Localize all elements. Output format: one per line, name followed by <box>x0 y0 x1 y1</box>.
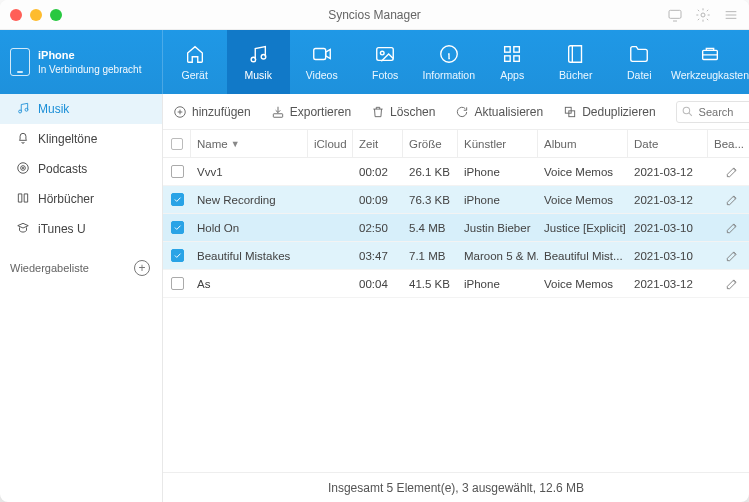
sidebar-item-itunesu[interactable]: iTunes U <box>0 214 162 244</box>
sidebar-item-podcasts[interactable]: Podcasts <box>0 154 162 184</box>
row-checkbox[interactable] <box>171 277 184 290</box>
tab-fotos[interactable]: Fotos <box>354 30 418 94</box>
tab-label: Apps <box>500 69 524 81</box>
cell-date: 2021-03-10 <box>628 214 708 241</box>
edit-icon[interactable] <box>725 165 739 179</box>
cell-size: 7.1 MB <box>403 242 458 269</box>
tab-label: Information <box>422 69 475 81</box>
phone-icon <box>10 48 30 76</box>
cell-date: 2021-03-12 <box>628 186 708 213</box>
sidebar: MusikKlingeltönePodcastsHörbücheriTunes … <box>0 94 163 502</box>
search-icon <box>681 105 694 118</box>
svg-point-17 <box>22 167 23 168</box>
export-button[interactable]: Exportieren <box>271 105 351 119</box>
col-action[interactable]: Bea... <box>708 130 749 157</box>
svg-rect-19 <box>273 113 282 117</box>
menu-icon[interactable] <box>723 7 739 23</box>
refresh-button[interactable]: Aktualisieren <box>455 105 543 119</box>
table-row[interactable]: Hold On02:505.4 MBJustin BieberJustice [… <box>163 214 749 242</box>
col-artist[interactable]: Künstler <box>458 130 538 157</box>
cell-icloud <box>308 242 353 269</box>
row-checkbox[interactable] <box>171 221 184 234</box>
cell-artist: iPhone <box>458 186 538 213</box>
sidebar-item-label: iTunes U <box>38 222 86 236</box>
device-status: In Verbindung gebracht <box>38 63 141 76</box>
status-bar: Insgesamt 5 Element(e), 3 ausgewählt, 12… <box>163 472 749 502</box>
add-button[interactable]: hinzufügen <box>173 105 251 119</box>
table-row[interactable]: As00:0441.5 KBiPhoneVoice Memos2021-03-1… <box>163 270 749 298</box>
cell-zeit: 00:02 <box>353 158 403 185</box>
cell-icloud <box>308 158 353 185</box>
tab-tools[interactable]: Werkzeugkasten <box>671 30 749 94</box>
table-row[interactable]: New Recording00:0976.3 KBiPhoneVoice Mem… <box>163 186 749 214</box>
col-size[interactable]: Größe <box>403 130 458 157</box>
settings-icon[interactable] <box>695 7 711 23</box>
table-row[interactable]: Vvv100:0226.1 KBiPhoneVoice Memos2021-03… <box>163 158 749 186</box>
edit-icon[interactable] <box>725 221 739 235</box>
tab-videos[interactable]: Videos <box>290 30 354 94</box>
sidebar-item-hoerb[interactable]: Hörbücher <box>0 184 162 214</box>
cell-zeit: 00:09 <box>353 186 403 213</box>
tab-geraet[interactable]: Gerät <box>163 30 227 94</box>
dedup-button[interactable]: Deduplizieren <box>563 105 655 119</box>
cell-name: Beautiful Mistakes <box>191 242 308 269</box>
edit-icon[interactable] <box>725 249 739 263</box>
tab-buecher[interactable]: Bücher <box>544 30 608 94</box>
row-checkbox[interactable] <box>171 193 184 206</box>
cell-album: Voice Memos <box>538 158 628 185</box>
tab-label: Werkzeugkasten <box>671 69 749 81</box>
col-album[interactable]: Album <box>538 130 628 157</box>
tab-label: Datei <box>627 69 652 81</box>
col-zeit[interactable]: Zeit <box>353 130 403 157</box>
delete-button[interactable]: Löschen <box>371 105 435 119</box>
edit-icon[interactable] <box>725 193 739 207</box>
tab-musik[interactable]: Musik <box>227 30 291 94</box>
sidebar-item-musik[interactable]: Musik <box>0 94 162 124</box>
svg-rect-11 <box>514 56 520 62</box>
col-date[interactable]: Date <box>628 130 708 157</box>
svg-rect-20 <box>566 107 572 113</box>
app-window: Syncios Manager iPhone In Verbindung geb… <box>0 0 749 502</box>
col-icloud[interactable]: iCloud <box>308 130 353 157</box>
cell-name: Vvv1 <box>191 158 308 185</box>
cell-album: Voice Memos <box>538 186 628 213</box>
cell-size: 76.3 KB <box>403 186 458 213</box>
sidebar-item-label: Musik <box>38 102 69 116</box>
tab-apps[interactable]: Apps <box>481 30 545 94</box>
top-nav: iPhone In Verbindung gebracht GerätMusik… <box>0 30 749 94</box>
cell-icloud <box>308 270 353 297</box>
add-playlist-button[interactable]: + <box>134 260 150 276</box>
titlebar: Syncios Manager <box>0 0 749 30</box>
itunesu-icon <box>16 221 30 238</box>
cell-date: 2021-03-12 <box>628 270 708 297</box>
table-row[interactable]: Beautiful Mistakes03:477.1 MBMaroon 5 & … <box>163 242 749 270</box>
tab-datei[interactable]: Datei <box>608 30 672 94</box>
col-name[interactable]: Name▼ <box>191 130 308 157</box>
row-checkbox[interactable] <box>171 165 184 178</box>
cell-size: 26.1 KB <box>403 158 458 185</box>
device-name: iPhone <box>38 48 141 62</box>
device-panel[interactable]: iPhone In Verbindung gebracht <box>0 30 163 94</box>
cell-zeit: 03:47 <box>353 242 403 269</box>
cell-zeit: 00:04 <box>353 270 403 297</box>
svg-rect-4 <box>314 49 326 60</box>
podcasts-icon <box>16 161 30 178</box>
svg-rect-21 <box>569 110 575 116</box>
hoerb-icon <box>16 191 30 208</box>
tab-label: Gerät <box>182 69 208 81</box>
sidebar-item-klingel[interactable]: Klingeltöne <box>0 124 162 154</box>
svg-rect-0 <box>669 10 681 18</box>
cell-icloud <box>308 214 353 241</box>
row-checkbox[interactable] <box>171 249 184 262</box>
edit-icon[interactable] <box>725 277 739 291</box>
playlist-section: Wiedergabeliste + <box>0 252 162 284</box>
cell-size: 5.4 MB <box>403 214 458 241</box>
select-all-checkbox[interactable] <box>171 138 183 150</box>
svg-rect-8 <box>505 47 511 53</box>
table-body: Vvv100:0226.1 KBiPhoneVoice Memos2021-03… <box>163 158 749 472</box>
tab-info[interactable]: Information <box>417 30 481 94</box>
cell-name: As <box>191 270 308 297</box>
table-header: Name▼ iCloud Zeit Größe Künstler Album D… <box>163 130 749 158</box>
musik-icon <box>16 101 30 118</box>
feedback-icon[interactable] <box>667 7 683 23</box>
